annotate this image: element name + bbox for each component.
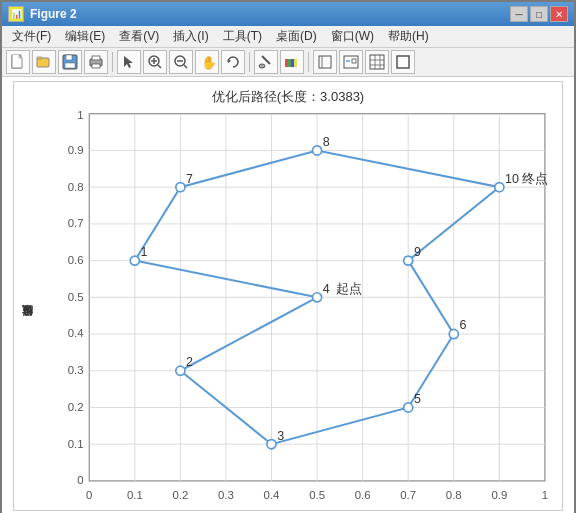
tool-insert-colorbar[interactable]: [313, 50, 337, 74]
point-1: [130, 256, 139, 265]
svg-area: 0 0.1 0.2 0.3 0.4 0.5 0.6 0.7 0.8 0.9 1: [38, 108, 562, 513]
tool-arrow[interactable]: [117, 50, 141, 74]
title-bar-left: 📊 Figure 2: [8, 6, 77, 22]
chart-svg: 0 0.1 0.2 0.3 0.4 0.5 0.6 0.7 0.8 0.9 1: [38, 108, 562, 513]
svg-text:0.2: 0.2: [68, 401, 84, 413]
menu-window[interactable]: 窗口(W): [325, 26, 380, 47]
title-bar: 📊 Figure 2 ─ □ ✕: [2, 2, 574, 26]
svg-text:0: 0: [77, 474, 83, 486]
menu-tools[interactable]: 工具(T): [217, 26, 268, 47]
point-10: [495, 183, 504, 192]
label-3: 3: [277, 429, 284, 443]
svg-text:1: 1: [77, 109, 83, 121]
chart-wrapper: 城市位置纵坐标: [14, 108, 562, 513]
svg-text:0.2: 0.2: [172, 489, 188, 501]
menu-desktop[interactable]: 桌面(D): [270, 26, 323, 47]
tool-grid[interactable]: [365, 50, 389, 74]
svg-rect-25: [294, 59, 297, 67]
svg-rect-5: [66, 55, 72, 60]
tool-legend[interactable]: [339, 50, 363, 74]
label-10: 10 终点: [505, 172, 548, 186]
svg-rect-22: [285, 59, 288, 67]
minimize-button[interactable]: ─: [510, 6, 528, 22]
svg-rect-9: [92, 64, 100, 68]
svg-line-20: [262, 56, 270, 64]
label-6: 6: [459, 318, 466, 332]
tool-save[interactable]: [58, 50, 82, 74]
svg-text:0.3: 0.3: [218, 489, 234, 501]
tool-zoom-out[interactable]: [169, 50, 193, 74]
label-9: 9: [414, 245, 421, 259]
main-window: 📊 Figure 2 ─ □ ✕ 文件(F) 编辑(E) 查看(V) 插入(I)…: [0, 0, 576, 513]
tool-zoom-in[interactable]: [143, 50, 167, 74]
separator-1: [112, 52, 113, 72]
point-2: [176, 366, 185, 375]
svg-rect-3: [37, 57, 42, 59]
svg-line-16: [184, 65, 187, 68]
point-6: [449, 329, 458, 338]
y-label-area: 城市位置纵坐标: [14, 108, 38, 513]
title-controls: ─ □ ✕: [510, 6, 568, 22]
svg-rect-8: [92, 56, 100, 60]
label-4: 4: [323, 282, 330, 296]
chart-and-x: 0 0.1 0.2 0.3 0.4 0.5 0.6 0.7 0.8 0.9 1: [38, 108, 562, 513]
point-5: [404, 403, 413, 412]
svg-marker-19: [228, 59, 231, 63]
svg-text:0.6: 0.6: [68, 254, 84, 266]
tool-rotate[interactable]: [221, 50, 245, 74]
toolbar: ✋: [2, 48, 574, 77]
tool-pan[interactable]: ✋: [195, 50, 219, 74]
label-8: 8: [323, 135, 330, 149]
svg-text:✋: ✋: [201, 54, 215, 70]
menu-edit[interactable]: 编辑(E): [59, 26, 111, 47]
maximize-button[interactable]: □: [530, 6, 548, 22]
svg-text:0.5: 0.5: [68, 291, 84, 303]
window-title: Figure 2: [30, 7, 77, 21]
label-1: 1: [141, 245, 148, 259]
svg-text:0.8: 0.8: [446, 489, 462, 501]
svg-text:0.8: 0.8: [68, 181, 84, 193]
window-icon: 📊: [8, 6, 24, 22]
svg-marker-10: [124, 56, 133, 68]
figure-container: 优化后路径(长度：3.0383) 城市位置纵坐标: [13, 81, 563, 511]
point-4: [313, 293, 322, 302]
label-5: 5: [414, 392, 421, 406]
menu-insert[interactable]: 插入(I): [167, 26, 214, 47]
menu-file[interactable]: 文件(F): [6, 26, 57, 47]
svg-text:0.3: 0.3: [68, 364, 84, 376]
svg-text:0: 0: [86, 489, 92, 501]
svg-text:0.9: 0.9: [491, 489, 507, 501]
tool-colormap[interactable]: [280, 50, 304, 74]
tool-brush[interactable]: [254, 50, 278, 74]
tool-open[interactable]: [32, 50, 56, 74]
svg-text:0.7: 0.7: [400, 489, 416, 501]
separator-3: [308, 52, 309, 72]
svg-text:0.9: 0.9: [68, 144, 84, 156]
point-7: [176, 183, 185, 192]
svg-text:0.7: 0.7: [68, 217, 84, 229]
chart-title: 优化后路径(长度：3.0383): [212, 88, 364, 106]
label-7: 7: [186, 172, 193, 186]
svg-rect-24: [291, 59, 294, 67]
tool-new[interactable]: [6, 50, 30, 74]
tool-box[interactable]: [391, 50, 415, 74]
point-8: [313, 146, 322, 155]
svg-line-12: [158, 65, 161, 68]
close-button[interactable]: ✕: [550, 6, 568, 22]
svg-rect-6: [65, 63, 75, 68]
svg-rect-23: [288, 59, 291, 67]
svg-text:1: 1: [542, 489, 548, 501]
svg-rect-36: [397, 56, 409, 68]
menu-help[interactable]: 帮助(H): [382, 26, 435, 47]
svg-text:0.4: 0.4: [68, 327, 84, 339]
tool-print[interactable]: [84, 50, 108, 74]
svg-rect-26: [319, 56, 331, 68]
label-2: 2: [186, 355, 193, 369]
label-4-note: 起点: [336, 282, 362, 296]
svg-rect-30: [352, 59, 356, 63]
plot-area: 优化后路径(长度：3.0383) 城市位置纵坐标: [2, 77, 574, 513]
point-3: [267, 440, 276, 449]
svg-text:0.6: 0.6: [355, 489, 371, 501]
menu-view[interactable]: 查看(V): [113, 26, 165, 47]
svg-text:0.5: 0.5: [309, 489, 325, 501]
